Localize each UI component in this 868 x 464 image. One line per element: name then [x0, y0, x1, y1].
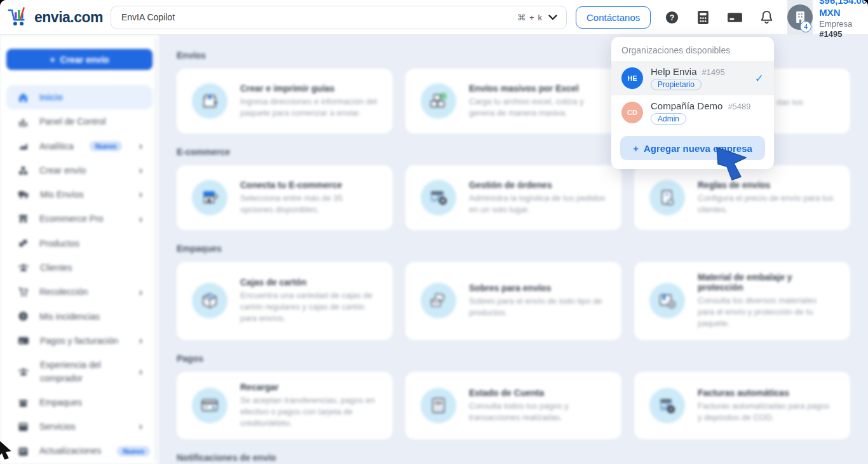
- svg-text:?: ?: [670, 13, 675, 22]
- chevron-right-icon: ›: [139, 287, 142, 298]
- create-shipment-button[interactable]: + Crear envío: [6, 49, 153, 70]
- search-input[interactable]: [120, 11, 517, 23]
- sidebar-item-empaques[interactable]: Empaques: [6, 390, 153, 414]
- org-item-help-envia[interactable]: HE Help Envia #1495 Propietario ✓: [611, 61, 774, 95]
- window-cart-icon: [421, 180, 456, 215]
- storefront-blue-icon: [192, 180, 227, 215]
- chevron-right-icon: ›: [139, 366, 142, 378]
- envia-app: envia.com ⌘+k Contáctanos ?: [0, 0, 868, 464]
- card-gestion-ordenes[interactable]: Gestión de órdenes Administra la logísti…: [405, 165, 621, 230]
- card-facturas-automaticas[interactable]: Facturas automáticas Facturas automatiza…: [634, 372, 850, 440]
- account-balance-block[interactable]: $96,154.00 MXN Empresa #1495: [819, 0, 867, 39]
- calendar-icon: [18, 446, 29, 456]
- recharge-card-icon: [192, 388, 227, 423]
- org-id: #5489: [728, 102, 750, 111]
- sidebar-item-recoleccion[interactable]: Recolección ›: [6, 280, 153, 304]
- org-avatar-he: HE: [621, 67, 643, 89]
- sidebar-item-productos[interactable]: Productos: [6, 231, 153, 256]
- analytics-icon: [18, 140, 29, 151]
- sidebar-item-pagos-facturacion[interactable]: Pagos y facturación ›: [6, 329, 153, 353]
- users-icon: [18, 263, 29, 273]
- sidebar-item-clientes[interactable]: Clientes: [6, 256, 153, 280]
- org-role-badge: Propietario: [651, 79, 702, 90]
- new-badge: Nuevo: [117, 446, 150, 456]
- org-role-badge: Admin: [651, 113, 686, 125]
- chevron-right-icon: ›: [139, 140, 142, 152]
- package-arrow-icon: [192, 83, 227, 119]
- logo-wordmark: envia.com: [34, 9, 103, 26]
- chevron-right-icon: ›: [139, 421, 142, 432]
- sidebar-item-panel-de-control[interactable]: Panel de Control: [6, 109, 153, 133]
- org-name: Compañía Demo: [651, 100, 722, 111]
- card-recargar[interactable]: Recargar Se aceptan transferencias, pago…: [177, 372, 393, 440]
- cart-icon: [18, 287, 29, 297]
- cart-logo-icon: [8, 5, 29, 29]
- storefront-icon: [18, 214, 29, 224]
- invoice-auto-icon: [649, 388, 685, 423]
- org-item-compania-demo[interactable]: CD Compañía Demo #5489 Admin: [611, 95, 774, 130]
- dropdown-title: Organizaciones disponibles: [611, 37, 774, 61]
- sidebar-item-servicios[interactable]: Servicios ›: [6, 414, 153, 439]
- org-avatar-cd: CD: [621, 102, 643, 123]
- new-badge: Nuevo: [90, 141, 123, 151]
- sidebar-item-ecommerce-pro[interactable]: Ecommerce Pro ›: [6, 207, 153, 231]
- plus-icon: +: [50, 55, 55, 65]
- chevron-down-icon[interactable]: [548, 15, 557, 20]
- blue-cursor-pointer: [710, 144, 755, 183]
- info-icon: [18, 311, 29, 322]
- sidebar-item-experiencia-comprador[interactable]: Experiencia del comprador ›: [6, 353, 153, 390]
- org-avatar-button[interactable]: 4: [787, 0, 813, 35]
- notifications-bell-icon[interactable]: [760, 10, 773, 25]
- copilot-search-bar[interactable]: ⌘+k: [111, 6, 567, 29]
- truck-icon: [18, 189, 29, 200]
- sidebar-item-analitica[interactable]: Analítica Nuevo ›: [6, 134, 153, 158]
- section-notificaciones: Notificaciones de envío: [177, 453, 850, 464]
- card-material-embalaje[interactable]: Material de embalaje y protección Consul…: [634, 262, 850, 340]
- buyers-icon: [18, 367, 29, 377]
- card-sobres-envios[interactable]: Sobres para envíos Sobres para el envío …: [405, 262, 621, 340]
- card-conecta-ecommerce[interactable]: Conecta tu E-commerce Selecciona entre m…: [177, 165, 393, 230]
- chevron-right-icon: ›: [139, 189, 142, 200]
- dashboard-chart-icon: [18, 116, 29, 127]
- sidebar-item-mis-incidencias[interactable]: Mis incidencias: [6, 304, 153, 329]
- box-icon: [18, 397, 29, 408]
- card-estado-cuenta[interactable]: Estado de Cuenta Consulta todos tus pago…: [405, 372, 621, 440]
- contact-button[interactable]: Contáctanos: [576, 6, 651, 29]
- balance-amount: $96,154.00 MXN: [819, 0, 867, 19]
- envia-logo[interactable]: envia.com: [8, 5, 103, 29]
- sidebar: + Crear envío Inicio Panel de Control An…: [0, 35, 159, 464]
- calculator-icon[interactable]: [696, 10, 710, 25]
- payments-card-icon: [18, 336, 29, 346]
- sidebar-item-actualizaciones[interactable]: Actualizaciones Nuevo: [6, 439, 153, 463]
- boxes-excel-icon: [421, 83, 456, 119]
- sidebar-item-inicio[interactable]: Inicio: [6, 85, 153, 109]
- black-cursor-pointer: [0, 441, 15, 464]
- sidebar-scrollbar[interactable]: [154, 38, 158, 461]
- top-header: envia.com ⌘+k Contáctanos ?: [0, 0, 868, 35]
- sidebar-item-mis-envios[interactable]: Mis Envíos ›: [6, 182, 153, 207]
- chevron-right-icon: ›: [139, 214, 142, 225]
- card-envios-masivos-excel[interactable]: Envíos masivos por Excel Carga tu archiv…: [405, 69, 621, 133]
- company-line: Empresa #1495: [819, 19, 867, 40]
- section-title: Pagos: [177, 353, 850, 364]
- envelopes-icon: [421, 283, 456, 318]
- section-title: Empaques: [177, 243, 850, 254]
- carton-box-icon: [192, 283, 227, 318]
- credit-card-icon[interactable]: [727, 11, 743, 24]
- shortcut-hint: ⌘+k: [517, 13, 542, 22]
- sidebar-item-crear-envio[interactable]: Crear envío ›: [6, 158, 153, 182]
- section-title: Notificaciones de envío: [177, 453, 850, 463]
- document-rules-icon: [649, 180, 685, 215]
- org-id: #1495: [702, 67, 725, 77]
- card-cajas-carton[interactable]: Cajas de cartón Encuentra una variedad d…: [177, 262, 393, 340]
- section-empaques: Empaques Cajas de cartón Encuentra una v…: [177, 243, 850, 340]
- chevron-right-icon: ›: [139, 335, 142, 346]
- products-icon: [18, 238, 29, 249]
- packages-icon: [18, 165, 29, 176]
- plus-icon: +: [633, 143, 639, 154]
- help-icon[interactable]: ?: [665, 10, 679, 25]
- card-crear-imprimir-guias[interactable]: Crear e imprimir guías Ingresa direccion…: [177, 69, 393, 133]
- section-pagos: Pagos Recargar Se aceptan transferencias…: [177, 353, 850, 440]
- check-icon: ✓: [755, 72, 764, 85]
- chevron-right-icon: ›: [139, 165, 142, 176]
